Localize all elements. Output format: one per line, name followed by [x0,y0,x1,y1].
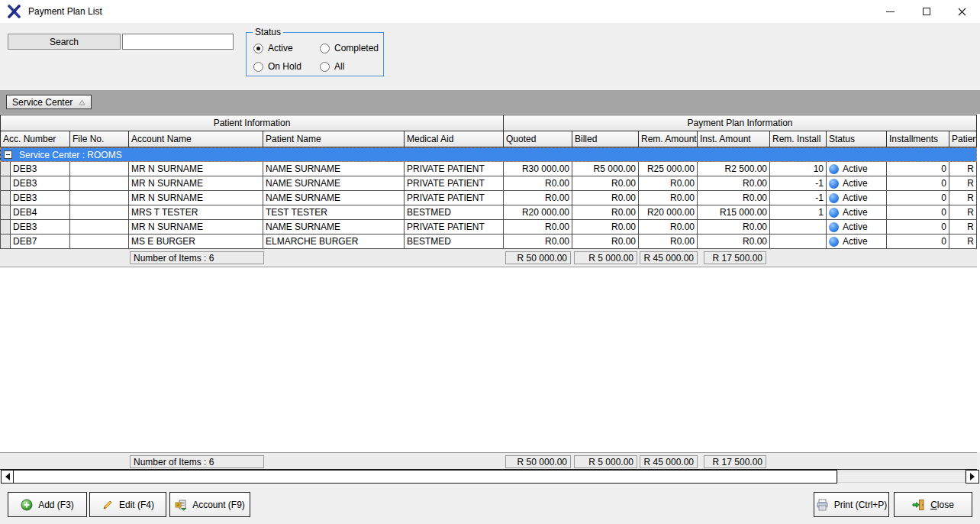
edit-button[interactable]: Edit (F4) [89,492,166,517]
cell-inst_amount: R0.00 [698,176,770,190]
scrollbar-thumb[interactable] [1,470,837,484]
column-header-medical[interactable]: Medical Aid [405,131,504,147]
search-button-label: Search [50,37,79,47]
sort-ascending-icon [79,99,85,105]
table-row[interactable]: DEB3MR N SURNAMENAME SURNAMEPRIVATE PATI… [0,191,977,205]
cell-account: MR N SURNAME [129,176,263,190]
group-row-service-center-rooms[interactable]: Service Center : ROOMS [0,147,977,162]
toolbar: Search Status ActiveCompletedOn HoldAll [0,23,980,90]
total-quoted: R 50 000.00 [505,251,571,264]
cell-acc: DEB4 [11,205,70,219]
column-header-acc[interactable]: Acc. Number [1,131,70,147]
column-header-billed[interactable]: Billed [572,131,639,147]
radio-circle-icon[interactable] [253,44,263,53]
group-by-label: Service Center [12,97,73,108]
cell-patient_ledger: R [949,191,977,205]
row-indent-cell [1,220,11,234]
scroll-right-button[interactable] [965,470,979,484]
add-button[interactable]: Add (F3) [8,492,87,517]
horizontal-scrollbar [0,470,980,484]
summary-band-bottom: Number of Items : 6 R 50 000.00 R 5 000.… [0,452,977,470]
collapse-icon[interactable] [4,150,12,159]
table-row[interactable]: DEB7MS E BURGERELMARCHE BURGERBESTMEDR0.… [0,235,977,249]
status-active-icon [829,237,839,247]
radio-circle-icon[interactable] [320,62,330,72]
radio-label: On Hold [268,61,301,72]
cell-installments: 0 [887,220,949,234]
minimize-button[interactable] [872,0,908,23]
total-rem-amount: R 45 000.00 [640,251,698,264]
close-button[interactable]: Close [894,492,972,517]
cell-patient_ledger: R [949,235,977,248]
cell-inst_amount: R0.00 [698,191,770,205]
maximize-button[interactable] [908,0,944,23]
column-header-installments[interactable]: Installments [887,131,949,147]
radio-active[interactable]: Active [253,43,293,53]
triangle-right-icon [970,473,975,480]
cell-billed: R0.00 [572,205,639,219]
scrollbar-track[interactable] [837,471,965,483]
cell-patient: NAME SURNAME [263,176,405,190]
cell-installments: 0 [887,191,949,205]
cell-account: MR N SURNAME [129,191,263,205]
cell-medical: BESTMED [405,235,504,248]
footer-button-bar: Add (F3) Edit (F4) Account (F9) [0,484,980,524]
cell-patient: ELMARCHE BURGER [263,235,405,248]
cell-patient: NAME SURNAME [263,220,405,234]
printer-icon [816,499,829,511]
cell-medical: PRIVATE PATIENT [405,162,504,176]
total-rem-amount-bottom: R 45 000.00 [640,455,698,468]
status-active-icon [829,179,839,189]
radio-all[interactable]: All [320,61,344,72]
column-header-patient[interactable]: Patient Name [263,131,405,147]
row-indent-cell [1,162,11,176]
search-button[interactable]: Search [8,34,121,50]
search-input[interactable] [122,34,234,50]
total-inst-amount: R 17 500.00 [704,251,766,264]
column-header-status[interactable]: Status [827,131,887,147]
cell-inst_amount: R0.00 [698,220,770,234]
cell-patient: NAME SURNAME [263,191,405,205]
status-active-icon [829,208,839,218]
column-header-rem_install[interactable]: Rem. Install [770,131,827,147]
cell-quoted: R30 000.00 [504,162,572,176]
cell-status: Active [827,205,887,219]
triangle-left-icon [5,473,10,480]
column-header-account[interactable]: Account Name [129,131,263,147]
row-indent-cell [1,205,11,219]
total-quoted-bottom: R 50 000.00 [505,455,571,468]
group-by-service-center-button[interactable]: Service Center [6,95,92,109]
column-header-inst_amount[interactable]: Inst. Amount [698,131,770,147]
close-window-button[interactable] [944,0,980,23]
column-header-rem_amount[interactable]: Rem. Amount [639,131,698,147]
table-row[interactable]: DEB3MR N SURNAMENAME SURNAMEPRIVATE PATI… [0,176,977,191]
cell-quoted: R0.00 [504,176,572,190]
cell-installments: 0 [887,235,949,248]
app-logo-icon [7,5,21,18]
radio-circle-icon[interactable] [253,62,263,72]
column-header-file[interactable]: File No. [70,131,129,147]
cell-installments: 0 [887,176,949,190]
cell-file [70,176,129,190]
cell-status: Active [827,191,887,205]
radio-completed[interactable]: Completed [320,43,379,53]
table-row[interactable]: DEB4MRS T TESTERTEST TESTERBESTMEDR20 00… [0,205,977,220]
radio-on-hold[interactable]: On Hold [253,61,301,72]
table-row[interactable]: DEB3MR N SURNAMENAME SURNAMEPRIVATE PATI… [0,220,977,235]
cell-medical: PRIVATE PATIENT [405,176,504,190]
column-header-quoted[interactable]: Quoted [504,131,572,147]
cell-acc: DEB3 [11,220,70,234]
cell-billed: R5 000.00 [572,162,639,176]
radio-circle-icon[interactable] [320,44,330,53]
account-button-label: Account (F9) [192,500,245,510]
column-header-patient_ledger[interactable]: Patient Le [949,131,977,147]
scroll-left-button[interactable] [2,471,14,483]
band-patient-information: Patient Information [1,115,504,131]
cell-rem_install: 1 [770,205,827,219]
print-button[interactable]: Print (Ctrl+P) [814,492,889,517]
print-button-label: Print (Ctrl+P) [834,500,888,510]
cell-account: MRS T TESTER [129,205,263,219]
account-button[interactable]: Account (F9) [169,492,250,517]
status-groupbox-label: Status [253,27,283,37]
table-row[interactable]: DEB3MR N SURNAMENAME SURNAMEPRIVATE PATI… [0,162,977,176]
